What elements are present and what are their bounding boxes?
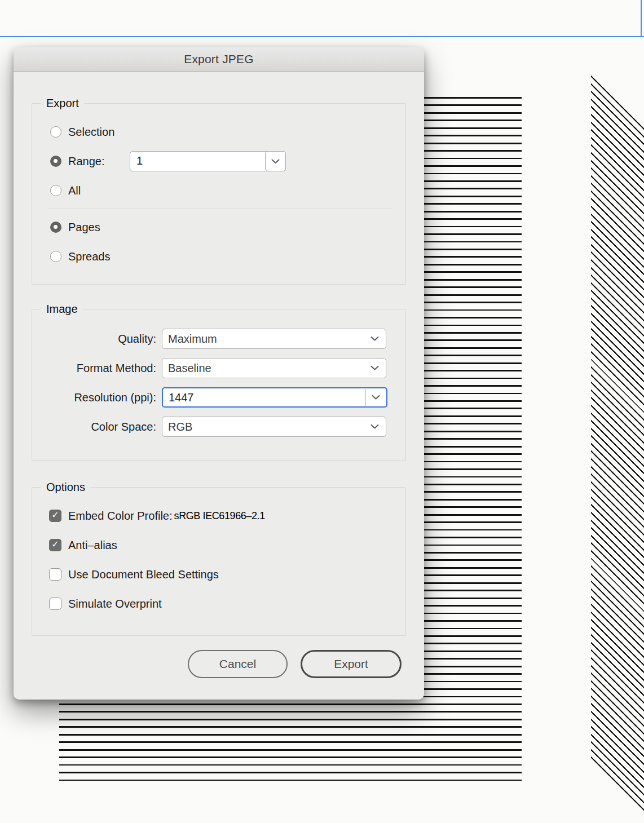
all-radio-label: All xyxy=(68,184,81,197)
chevron-down-icon xyxy=(370,337,379,342)
chevron-down-icon xyxy=(372,395,380,400)
resolution-value: 1447 xyxy=(169,391,194,404)
export-jpeg-dialog: Export JPEG Export Selection Range: 1 Al… xyxy=(14,47,424,700)
spreads-radio-label: Spreads xyxy=(68,250,111,263)
field-row-color-space: Color Space: RGB xyxy=(32,417,405,437)
quality-value: Maximum xyxy=(168,333,217,346)
range-combobox: 1 xyxy=(130,151,286,171)
page-guide-vertical xyxy=(641,0,642,36)
embed-color-profile-label: Embed Color Profile: xyxy=(68,510,173,523)
radio-row-selection: Selection xyxy=(32,121,405,143)
check-icon: ✓ xyxy=(51,511,59,520)
resolution-label: Resolution (ppi): xyxy=(47,391,156,404)
pages-radio[interactable] xyxy=(50,222,61,233)
quality-label: Quality: xyxy=(47,333,156,346)
export-group-separator xyxy=(47,209,391,209)
selection-radio-label: Selection xyxy=(68,126,114,139)
image-group-label: Image xyxy=(41,302,83,316)
check-row-simulate-overprint: Simulate Overprint xyxy=(32,592,405,615)
radio-row-pages: Pages xyxy=(32,216,405,238)
diagonal-stripes-artwork xyxy=(591,71,644,812)
dialog-button-row: Cancel Export xyxy=(14,650,424,678)
color-space-label: Color Space: xyxy=(47,421,156,433)
export-group-label: Export xyxy=(41,96,84,110)
check-row-embed-color-profile: ✓ Embed Color Profile: sRGB IEC61966–2.1 xyxy=(32,505,405,527)
use-document-bleed-settings-checkbox[interactable] xyxy=(49,568,61,581)
export-button[interactable]: Export xyxy=(301,650,402,678)
chevron-down-icon xyxy=(370,366,379,371)
format-method-label: Format Method: xyxy=(47,362,156,375)
simulate-overprint-label: Simulate Overprint xyxy=(68,598,162,610)
spreads-radio[interactable] xyxy=(50,251,61,262)
range-input[interactable]: 1 xyxy=(130,151,286,171)
options-group-label: Options xyxy=(41,480,90,494)
check-row-anti-alias: ✓ Anti–alias xyxy=(32,534,405,556)
dialog-titlebar: Export JPEG xyxy=(14,47,424,72)
anti-alias-label: Anti–alias xyxy=(68,539,117,552)
radio-row-all: All xyxy=(32,179,405,202)
options-group: Options ✓ Embed Color Profile: sRGB IEC6… xyxy=(32,487,406,636)
field-row-format-method: Format Method: Baseline xyxy=(32,358,405,378)
check-icon: ✓ xyxy=(51,540,59,549)
combobox-divider xyxy=(365,389,367,406)
embed-color-profile-checkbox[interactable]: ✓ xyxy=(49,510,61,522)
format-method-value: Baseline xyxy=(168,362,211,375)
color-space-value: RGB xyxy=(168,421,192,433)
use-document-bleed-settings-label: Use Document Bleed Settings xyxy=(68,568,219,581)
anti-alias-checkbox[interactable]: ✓ xyxy=(49,539,61,551)
color-space-dropdown[interactable]: RGB xyxy=(162,417,386,437)
chevron-down-icon xyxy=(370,424,379,430)
export-group: Export Selection Range: 1 All Pages xyxy=(32,103,406,285)
embed-color-profile-value: sRGB IEC61966–2.1 xyxy=(174,510,265,522)
dialog-title: Export JPEG xyxy=(184,52,254,66)
radio-row-range: Range: 1 xyxy=(32,150,405,172)
resolution-combobox[interactable]: 1447 xyxy=(162,387,387,408)
quality-dropdown[interactable]: Maximum xyxy=(162,329,386,349)
pages-radio-label: Pages xyxy=(68,221,100,234)
all-radio[interactable] xyxy=(50,185,61,196)
image-group: Image Quality: Maximum Format Method: Ba… xyxy=(32,309,406,461)
format-method-dropdown[interactable]: Baseline xyxy=(162,358,386,378)
field-row-quality: Quality: Maximum xyxy=(32,329,405,349)
field-row-resolution: Resolution (ppi): 1447 xyxy=(32,387,405,408)
chevron-down-icon xyxy=(271,159,280,164)
simulate-overprint-checkbox[interactable] xyxy=(49,598,61,610)
radio-row-spreads: Spreads xyxy=(32,245,405,268)
page-guide-horizontal xyxy=(0,36,644,37)
selection-radio[interactable] xyxy=(50,126,61,138)
check-row-bleed-settings: Use Document Bleed Settings xyxy=(32,563,405,586)
range-dropdown-button[interactable] xyxy=(265,151,286,171)
cancel-button[interactable]: Cancel xyxy=(188,650,288,678)
range-radio-label: Range: xyxy=(68,155,105,168)
range-radio[interactable] xyxy=(50,156,61,167)
